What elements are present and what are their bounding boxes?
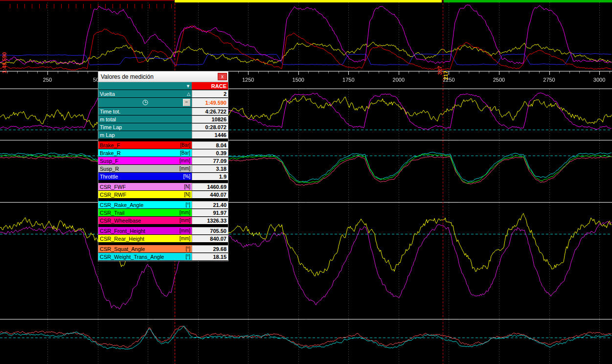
table-header-row[interactable]: ▼ RACE	[98, 82, 228, 90]
info-label: Time Lap	[100, 124, 122, 130]
race-column-header[interactable]: RACE	[192, 82, 228, 90]
lap-triangle-icon: △	[187, 91, 190, 96]
channel-row[interactable]: CSR_RWF[N]440.07	[98, 191, 228, 199]
channel-unit: [Bar]	[180, 142, 190, 148]
measurement-window[interactable]: Valores de medición x ▼ RACE Vuelta△2−1:…	[98, 71, 228, 261]
channel-label: CSR_Trail	[100, 210, 124, 216]
channel-value: 840.07	[192, 235, 228, 242]
info-label-cell: m Lap	[98, 131, 192, 138]
channel-label-cell: CSR_Squat_Angle[°]	[98, 245, 192, 252]
clock-icon	[142, 99, 148, 106]
channel-label-cell: CSR_Weight_Trans_Angle[°]	[98, 253, 192, 260]
info-value: 0:28.072	[192, 123, 228, 131]
channel-row[interactable]: CSR_FWF[N]1460.69	[98, 183, 228, 191]
channel-row[interactable]: CSR_Weight_Trans_Angle[°]18.15	[98, 253, 228, 261]
axis-tick-label: 2000	[393, 77, 405, 83]
channel-value: 0.39	[192, 149, 228, 157]
channel-value: 1.9	[192, 173, 228, 180]
axis-tick-label: 1250	[242, 77, 254, 83]
info-value: 1446	[192, 131, 228, 138]
channel-value: 8.04	[192, 141, 228, 149]
filter-icon[interactable]: ▼	[186, 84, 190, 89]
channel-row[interactable]: Brake_F[Bar]8.04	[98, 141, 228, 149]
channel-value: 3.18	[192, 165, 228, 172]
info-value: 10826	[192, 115, 228, 123]
channel-label: CSR_Squat_Angle	[100, 246, 145, 252]
channel-unit: [°]	[185, 246, 190, 251]
channel-value: 21.40	[192, 201, 228, 208]
channel-row[interactable]: CSR_Rear_Height[mm]840.07	[98, 235, 228, 243]
window-close-button[interactable]: x	[218, 73, 227, 80]
info-row[interactable]: Time tot.4:26.722	[98, 108, 228, 115]
info-row[interactable]: m total10826	[98, 115, 228, 123]
channel-value: 77.09	[192, 157, 228, 164]
channel-label: Susp_R	[100, 166, 119, 172]
channel-label: Brake_R	[100, 150, 121, 156]
channel-unit: [mm]	[180, 166, 190, 171]
channel-label-cell: Brake_R[Bar]	[98, 149, 192, 157]
channel-label: CSR_Rear_Height	[100, 236, 144, 242]
info-value: 1:49.590	[192, 98, 228, 107]
channel-label: Brake_F	[100, 142, 120, 148]
info-row[interactable]: −1:49.590	[98, 98, 228, 108]
channel-label-cell: Brake_F[Bar]	[98, 141, 192, 149]
telemetry-chart-canvas[interactable]	[0, 0, 612, 364]
channel-value: 18.15	[192, 253, 228, 260]
channel-value: 29.68	[192, 245, 228, 252]
channel-label-cell: CSR_Rear_Height[mm]	[98, 235, 192, 242]
channel-unit: [%]	[183, 174, 190, 179]
channel-unit: [N]	[184, 184, 190, 189]
channel-row[interactable]: CSR_Front_Height[mm]705.50	[98, 227, 228, 235]
channel-label: CSR_Weight_Trans_Angle	[100, 254, 164, 260]
channel-label: Susp_F	[100, 158, 118, 164]
cursor-time-label: 327	[437, 66, 443, 75]
channel-label-cell: CSR_RWF[N]	[98, 191, 192, 198]
info-label-cell: Time Lap	[98, 123, 192, 131]
channel-label: CSR_RWF	[100, 192, 126, 198]
channel-label-cell: CSR_Rake_Angle[°]	[98, 201, 192, 208]
lap-marker-redline	[0, 0, 174, 1]
channel-unit: [mm]	[180, 158, 190, 163]
window-title: Valores de medición	[101, 73, 154, 80]
info-label: m Lap	[100, 132, 115, 138]
lap-marker-yellow	[175, 0, 442, 2]
info-row[interactable]: Time Lap0:28.072	[98, 123, 228, 131]
filter-header-cell: ▼	[98, 82, 192, 90]
channel-label: CSR_Front_Height	[100, 228, 145, 234]
channel-value: 1460.69	[192, 183, 228, 190]
channel-label-cell: Throttle[%]	[98, 173, 192, 180]
channel-row[interactable]: Throttle[%]1.9	[98, 173, 228, 181]
channel-row[interactable]: CSR_Trail[mm]91.97	[98, 209, 228, 217]
window-titlebar[interactable]: Valores de medición x	[98, 71, 228, 82]
info-row[interactable]: Vuelta△2	[98, 90, 228, 98]
channel-value: 91.97	[192, 209, 228, 216]
channel-unit: [Bar]	[180, 150, 190, 156]
channel-label: CSR_Wheelbase	[100, 218, 141, 224]
channel-row[interactable]: CSR_Squat_Angle[°]29.68	[98, 245, 228, 253]
cursor-time-label: 1:49.590	[1, 52, 7, 73]
channel-row[interactable]: Susp_F[mm]77.09	[98, 157, 228, 165]
info-value: 2	[192, 90, 228, 97]
axis-tick-label: 1500	[293, 77, 304, 83]
channel-row[interactable]: Brake_R[Bar]0.39	[98, 149, 228, 157]
channel-row[interactable]: CSR_Wheelbase[mm]1326.33	[98, 217, 228, 225]
axis-tick-label: 2750	[543, 77, 555, 83]
channel-group: CSR_Rake_Angle[°]21.40CSR_Trail[mm]91.97…	[98, 201, 228, 225]
channel-unit: [N]	[184, 192, 190, 197]
channel-unit: [mm]	[180, 210, 190, 215]
channel-label-cell: Susp_R[mm]	[98, 165, 192, 172]
info-row[interactable]: m Lap1446	[98, 131, 228, 139]
lap-marker-red-ticks	[10, 4, 172, 8]
info-label-cell: −	[98, 98, 192, 107]
channel-label: CSR_Rake_Angle	[100, 202, 143, 208]
channel-label-cell: Susp_F[mm]	[98, 157, 192, 164]
channel-label-cell: CSR_Front_Height[mm]	[98, 227, 192, 234]
channel-row[interactable]: CSR_Rake_Angle[°]21.40	[98, 201, 228, 209]
channel-row[interactable]: Susp_R[mm]3.18	[98, 165, 228, 173]
info-label-cell: Time tot.	[98, 108, 192, 115]
collapse-button[interactable]: −	[183, 99, 190, 106]
channel-group: CSR_Squat_Angle[°]29.68CSR_Weight_Trans_…	[98, 245, 228, 261]
cursor-time-label: 217	[443, 71, 449, 80]
channel-unit: [°]	[185, 202, 190, 207]
channel-group: CSR_Front_Height[mm]705.50CSR_Rear_Heigh…	[98, 227, 228, 243]
